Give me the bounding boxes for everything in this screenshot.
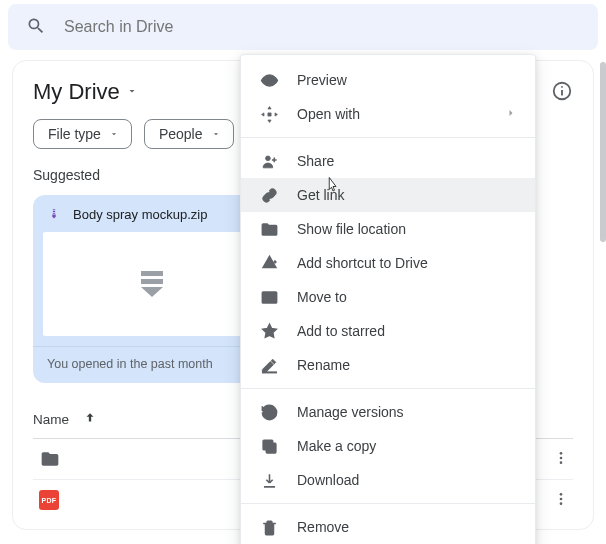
svg-point-5 (560, 461, 563, 464)
menu-label: Share (297, 153, 334, 169)
page-title: My Drive (33, 79, 120, 105)
person-add-icon (259, 151, 279, 171)
download-icon (259, 470, 279, 490)
menu-label: Preview (297, 72, 347, 88)
svg-point-4 (560, 456, 563, 459)
more-actions-button[interactable] (553, 450, 569, 469)
svg-point-2 (561, 85, 563, 87)
sort-ascending-icon[interactable] (83, 411, 97, 428)
svg-point-3 (560, 452, 563, 455)
file-activity-text: You opened in the past month (33, 346, 271, 371)
menu-label: Manage versions (297, 404, 404, 420)
search-input[interactable] (64, 18, 580, 36)
chip-people[interactable]: People (144, 119, 234, 149)
menu-move-to[interactable]: Move to (241, 280, 535, 314)
history-icon (259, 402, 279, 422)
menu-add-shortcut[interactable]: Add shortcut to Drive (241, 246, 535, 280)
menu-preview[interactable]: Preview (241, 63, 535, 97)
menu-manage-versions[interactable]: Manage versions (241, 395, 535, 429)
download-arrow-icon (141, 271, 163, 297)
info-icon[interactable] (551, 80, 573, 105)
menu-label: Remove (297, 519, 349, 535)
chip-label: People (159, 126, 203, 142)
zip-icon (47, 208, 61, 222)
caret-down-icon (126, 84, 138, 100)
menu-label: Add to starred (297, 323, 385, 339)
mouse-cursor (324, 174, 342, 196)
move-to-icon (259, 287, 279, 307)
caret-down-icon (211, 126, 221, 142)
menu-label: Rename (297, 357, 350, 373)
menu-make-copy[interactable]: Make a copy (241, 429, 535, 463)
context-menu: Preview Open with Share Get link Show fi… (240, 54, 536, 544)
folder-icon (39, 449, 61, 469)
more-actions-button[interactable] (553, 491, 569, 510)
copy-icon (259, 436, 279, 456)
menu-divider (241, 503, 535, 504)
svg-point-6 (560, 493, 563, 496)
menu-show-location[interactable]: Show file location (241, 212, 535, 246)
menu-label: Make a copy (297, 438, 376, 454)
chevron-right-icon (505, 106, 517, 122)
caret-down-icon (109, 126, 119, 142)
suggested-file-card[interactable]: Body spray mockup.zip You opened in the … (33, 195, 271, 383)
chip-label: File type (48, 126, 101, 142)
search-bar[interactable] (8, 4, 598, 50)
menu-rename[interactable]: Rename (241, 348, 535, 382)
svg-point-8 (560, 502, 563, 505)
svg-point-9 (267, 78, 272, 83)
menu-divider (241, 388, 535, 389)
menu-remove[interactable]: Remove (241, 510, 535, 544)
scrollbar[interactable] (600, 62, 606, 242)
eye-icon (259, 70, 279, 90)
svg-point-10 (265, 155, 270, 160)
column-name[interactable]: Name (33, 412, 69, 427)
file-thumbnail (43, 232, 261, 336)
star-icon (259, 321, 279, 341)
chip-file-type[interactable]: File type (33, 119, 132, 149)
svg-rect-12 (262, 371, 276, 372)
menu-label: Download (297, 472, 359, 488)
trash-icon (259, 517, 279, 537)
menu-add-starred[interactable]: Add to starred (241, 314, 535, 348)
menu-label: Add shortcut to Drive (297, 255, 428, 271)
file-name: Body spray mockup.zip (73, 207, 207, 222)
open-with-icon (259, 104, 279, 124)
svg-point-7 (560, 497, 563, 500)
menu-download[interactable]: Download (241, 463, 535, 497)
breadcrumb-my-drive[interactable]: My Drive (33, 79, 138, 105)
menu-divider (241, 137, 535, 138)
menu-open-with[interactable]: Open with (241, 97, 535, 131)
rename-icon (259, 355, 279, 375)
menu-get-link[interactable]: Get link (241, 178, 535, 212)
folder-outline-icon (259, 219, 279, 239)
search-icon (26, 16, 46, 39)
menu-label: Show file location (297, 221, 406, 237)
link-icon (259, 185, 279, 205)
menu-label: Move to (297, 289, 347, 305)
pdf-icon: PDF (39, 490, 59, 510)
menu-share[interactable]: Share (241, 144, 535, 178)
drive-shortcut-icon (259, 253, 279, 273)
menu-label: Open with (297, 106, 360, 122)
